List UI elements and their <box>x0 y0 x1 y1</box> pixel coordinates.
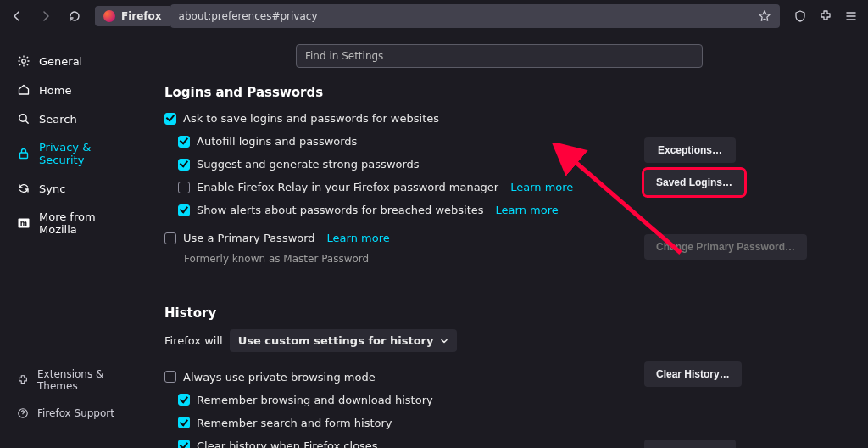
sidebar-item-more[interactable]: m More from Mozilla <box>8 204 144 243</box>
mozilla-icon: m <box>17 216 31 230</box>
check-label: Remember search and form history <box>197 417 392 429</box>
svg-point-0 <box>22 59 25 63</box>
back-icon[interactable] <box>10 9 24 23</box>
check-suggest[interactable]: Suggest and generate strong passwords <box>178 154 644 177</box>
check-label: Remember browsing and download history <box>197 394 433 406</box>
exceptions-button[interactable]: Exceptions… <box>644 137 736 163</box>
learn-more-relay[interactable]: Learn more <box>510 181 573 193</box>
help-icon <box>17 407 29 419</box>
check-remember-browsing[interactable]: Remember browsing and download history <box>178 390 644 413</box>
primary-password-note: Formerly known as Master Password <box>184 253 644 265</box>
checkbox-icon <box>178 159 190 171</box>
sidebar-item-label: Firefox Support <box>37 407 114 419</box>
sidebar-item-label: Privacy & Security <box>39 141 136 166</box>
shield-icon[interactable] <box>793 9 807 23</box>
sidebar-item-label: General <box>39 55 82 68</box>
bookmark-star-icon[interactable] <box>758 9 771 23</box>
extensions-icon[interactable] <box>819 9 832 23</box>
checkbox-icon <box>178 182 190 193</box>
active-tab[interactable]: Firefox <box>95 6 170 26</box>
checkbox-icon <box>178 204 190 216</box>
find-input[interactable]: Find in Settings <box>296 44 703 68</box>
sidebar-extensions-link[interactable]: Extensions & Themes <box>8 361 144 399</box>
change-primary-button: Change Primary Password… <box>644 234 807 260</box>
lock-icon <box>17 147 31 160</box>
checkbox-icon <box>178 417 190 428</box>
check-label: Enable Firefox Relay in your Firefox pas… <box>197 181 498 193</box>
check-autofill[interactable]: Autofill logins and passwords <box>178 132 644 154</box>
check-label: Ask to save logins and passwords for web… <box>183 112 439 125</box>
home-icon <box>17 83 31 97</box>
search-icon <box>17 112 31 126</box>
svg-rect-2 <box>20 153 28 159</box>
checkbox-icon <box>178 394 190 406</box>
history-will-label: Firefox will <box>164 334 223 347</box>
sidebar-item-sync[interactable]: Sync <box>8 175 144 202</box>
tab-label: Firefox <box>121 10 162 22</box>
app-menu-icon[interactable] <box>844 9 858 23</box>
sidebar-support-link[interactable]: Firefox Support <box>8 400 144 426</box>
sidebar: General Home Search Privacy & Security S… <box>0 32 153 448</box>
check-label: Suggest and generate strong passwords <box>197 158 420 171</box>
checkbox-icon <box>164 113 176 125</box>
svg-text:m: m <box>20 220 27 227</box>
url-bar[interactable]: about:preferences#privacy <box>170 4 780 28</box>
checkbox-icon <box>178 440 190 448</box>
sidebar-item-general[interactable]: General <box>8 48 144 75</box>
check-remember-search[interactable]: Remember search and form history <box>178 413 644 436</box>
check-relay[interactable]: Enable Firefox Relay in your Firefox pas… <box>178 177 644 200</box>
sidebar-item-search[interactable]: Search <box>8 105 144 132</box>
check-always-private[interactable]: Always use private browsing mode <box>164 367 644 390</box>
select-value: Use custom settings for history <box>238 334 434 347</box>
sidebar-item-label: Home <box>39 84 71 97</box>
history-mode-select[interactable]: Use custom settings for history <box>230 329 458 352</box>
check-primary-password[interactable]: Use a Primary Password Learn more <box>164 228 644 251</box>
browser-chrome: Firefox about:preferences#privacy <box>0 0 868 32</box>
find-placeholder: Find in Settings <box>305 50 383 62</box>
firefox-icon <box>103 10 115 22</box>
sidebar-item-label: More from Mozilla <box>39 210 136 236</box>
sidebar-item-privacy[interactable]: Privacy & Security <box>8 134 144 173</box>
sidebar-item-home[interactable]: Home <box>8 76 144 104</box>
main-content: Find in Settings Logins and Passwords As… <box>153 32 868 448</box>
extensions-icon <box>17 374 29 386</box>
check-breach[interactable]: Show alerts about passwords for breached… <box>178 200 644 223</box>
check-label: Show alerts about passwords for breached… <box>197 204 484 216</box>
section-history: History Firefox will Use custom settings… <box>164 305 834 448</box>
sidebar-item-label: Extensions & Themes <box>37 368 136 392</box>
section-heading-history: History <box>164 305 834 321</box>
learn-more-breach[interactable]: Learn more <box>496 204 559 216</box>
section-heading-logins: Logins and Passwords <box>164 85 834 100</box>
sync-icon <box>17 182 31 195</box>
check-label: Clear history when Firefox closes <box>197 440 378 449</box>
reload-icon[interactable] <box>68 9 81 23</box>
sidebar-item-label: Sync <box>39 182 65 195</box>
clear-history-button[interactable]: Clear History… <box>644 361 742 387</box>
history-settings-button[interactable]: Settings… <box>644 440 736 448</box>
check-ask-save[interactable]: Ask to save logins and passwords for web… <box>164 109 644 132</box>
forward-icon[interactable] <box>39 9 53 23</box>
sidebar-item-label: Search <box>39 113 77 126</box>
check-label: Always use private browsing mode <box>183 371 376 384</box>
check-clear-close[interactable]: Clear history when Firefox closes <box>178 436 644 449</box>
learn-more-primary[interactable]: Learn more <box>327 232 390 244</box>
checkbox-icon <box>178 136 190 148</box>
check-label: Use a Primary Password <box>183 232 315 244</box>
checkbox-icon <box>164 232 176 244</box>
gear-icon <box>17 54 31 68</box>
url-text: about:preferences#privacy <box>179 10 318 22</box>
checkbox-icon <box>164 371 176 383</box>
chevron-down-icon <box>440 337 448 345</box>
check-label: Autofill logins and passwords <box>197 135 357 148</box>
saved-logins-button[interactable]: Saved Logins… <box>644 170 744 195</box>
section-logins: Logins and Passwords Ask to save logins … <box>164 85 834 265</box>
